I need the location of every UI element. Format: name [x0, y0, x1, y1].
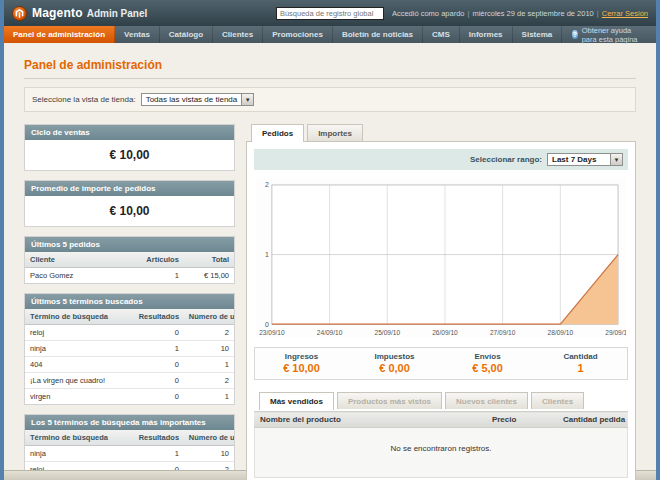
widget-title: Últimos 5 términos buscados [25, 294, 234, 309]
column-header-t-rmino-de-b-squeda: Término de búsqueda [25, 309, 134, 325]
column-header-resultados: Resultados [134, 309, 184, 325]
nav-item-panel-de-administraci-n[interactable]: Panel de administración [4, 26, 115, 43]
range-select[interactable]: Last 7 Days ▼ [547, 153, 623, 166]
help-link[interactable]: ? Obtener ayuda para esta página [562, 26, 656, 43]
help-icon: ? [572, 30, 577, 39]
table-row[interactable]: ¡La virgen que cuadro!02 [25, 373, 234, 389]
lifetime-sales-value: € 10,00 [25, 140, 234, 170]
svg-text:1: 1 [265, 251, 269, 258]
help-label: Obtener ayuda para esta página [582, 26, 646, 44]
metric-label: Ingresos [255, 352, 348, 361]
logo-text: Magento [32, 6, 83, 20]
logout-link[interactable]: Cerrar Sesión [602, 9, 648, 18]
svg-text:29/09/10: 29/09/10 [605, 329, 626, 336]
column-header-precio: Precio [486, 412, 557, 428]
nav-item-bolet-n-de-noticias[interactable]: Boletín de noticias [333, 26, 423, 43]
table-cell: ninja [25, 446, 134, 462]
nav-item-sistema[interactable]: Sistema [513, 26, 563, 43]
metric-env-os: Envíos€ 5,00 [441, 352, 534, 374]
tab-nuevos-clientes: Nuevos clientes [445, 392, 528, 409]
store-switcher-label: Seleccione la vista de tienda: [32, 95, 136, 104]
table-cell: virgen [25, 389, 134, 405]
range-bar: Seleccionar rango: Last 7 Days ▼ [254, 149, 628, 170]
tab-productos-m-s-vistos: Productos más vistos [337, 392, 442, 409]
chevron-down-icon: ▼ [241, 94, 253, 105]
nav-item-promociones[interactable]: Promociones [263, 26, 333, 43]
main-nav: Panel de administraciónVentasCatálogoCli… [4, 26, 656, 43]
column-header-total: Total [184, 252, 234, 268]
table-row[interactable]: reloj02 [25, 325, 234, 341]
nav-item-informes[interactable]: Informes [460, 26, 513, 43]
last-search-table: Término de búsquedaResultadosNúmero de u… [25, 309, 234, 404]
column-header-nombre-del-producto: Nombre del producto [254, 412, 486, 428]
table-cell: € 15,00 [184, 268, 234, 284]
svg-text:2: 2 [265, 181, 269, 188]
column-header-art-culos: Artículos [134, 252, 184, 268]
metric-impuestos: Impuestos€ 0,00 [348, 352, 441, 374]
dashboard-left-column: Ciclo de ventas € 10,00 Promedio de impo… [24, 124, 235, 480]
nav-item-ventas[interactable]: Ventas [115, 26, 160, 43]
average-order-widget: Promedio de importe de pedidos € 10,00 [24, 180, 235, 227]
table-row[interactable]: Paco Gomez1€ 15,00 [25, 268, 234, 284]
metric-ingresos: Ingresos€ 10,00 [255, 352, 348, 374]
metric-value: € 0,00 [348, 362, 441, 374]
metric-value: 1 [534, 362, 627, 374]
svg-text:26/09/10: 26/09/10 [432, 329, 458, 336]
range-label: Seleccionar rango: [470, 155, 542, 164]
session-info: Accedió como apardo|miércoles 29 de sept… [392, 9, 648, 18]
totals-bar: Ingresos€ 10,00Impuestos€ 0,00Envíos€ 5,… [254, 347, 628, 380]
table-cell: ninja [25, 341, 134, 357]
nav-item-clientes[interactable]: Clientes [213, 26, 263, 43]
store-switcher: Seleccione la vista de tienda: Todas las… [24, 87, 636, 112]
widget-title: Últimos 5 pedidos [25, 237, 234, 252]
last-orders-table: ClienteArtículosTotalPaco Gomez1€ 15,00 [25, 252, 234, 283]
metric-value: € 5,00 [441, 362, 534, 374]
table-cell: 1 [134, 341, 184, 357]
table-cell: 0 [134, 373, 184, 389]
logo-subtitle: Admin Panel [87, 8, 148, 19]
last-search-terms-widget: Últimos 5 términos buscados Término de b… [24, 293, 235, 405]
page-title: Panel de administración [24, 58, 162, 72]
widget-title: Los 5 términos de búsqueda más important… [25, 415, 234, 430]
lifetime-sales-widget: Ciclo de ventas € 10,00 [24, 124, 235, 171]
tab-pedidos[interactable]: Pedidos [251, 124, 304, 142]
svg-text:27/09/10: 27/09/10 [490, 329, 516, 336]
table-row[interactable]: 40401 [25, 357, 234, 373]
metric-cantidad: Cantidad1 [534, 352, 627, 374]
nav-item-cat-logo[interactable]: Catálogo [160, 26, 213, 43]
bestsellers-grid: Nombre del productoPrecioCantidad pedida… [254, 411, 628, 478]
column-header-cliente: Cliente [25, 252, 134, 268]
table-cell: 2 [184, 373, 234, 389]
svg-text:0: 0 [265, 321, 269, 328]
current-date: miércoles 29 de septiembre de 2010 [472, 9, 593, 18]
tab-importes[interactable]: Importes [307, 124, 363, 141]
table-cell: 1 [184, 389, 234, 405]
table-cell: reloj [25, 325, 134, 341]
svg-text:23/09/10: 23/09/10 [259, 329, 285, 336]
svg-text:28/09/10: 28/09/10 [548, 329, 574, 336]
metric-value: € 10,00 [255, 362, 348, 374]
table-cell: 0 [134, 357, 184, 373]
widget-title: Ciclo de ventas [25, 125, 234, 140]
table-cell: 10 [184, 341, 234, 357]
table-row[interactable]: ninja110 [25, 446, 234, 462]
table-row[interactable]: virgen01 [25, 389, 234, 405]
last-orders-widget: Últimos 5 pedidos ClienteArtículosTotalP… [24, 236, 235, 284]
column-header-cantidad-pedida: Cantidad pedida [557, 412, 628, 428]
dashboard-main-panel: PedidosImportes Seleccionar rango: Last … [246, 124, 636, 480]
store-view-select[interactable]: Todas las vistas de tienda ▼ [141, 93, 255, 106]
metric-label: Impuestos [348, 352, 441, 361]
widget-title: Promedio de importe de pedidos [25, 181, 234, 196]
table-cell: 1 [184, 357, 234, 373]
global-search-input[interactable] [276, 7, 384, 20]
svg-text:24/09/10: 24/09/10 [317, 329, 343, 336]
tab-m-s-vendidos[interactable]: Más vendidos [259, 392, 334, 410]
diagram-panel: Seleccionar rango: Last 7 Days ▼ 01223/0… [246, 141, 636, 480]
nav-item-cms[interactable]: CMS [423, 26, 460, 43]
magento-logo-icon [12, 6, 27, 21]
table-row[interactable]: ninja110 [25, 341, 234, 357]
logged-in-as: Accedió como apardo [392, 9, 465, 18]
table-cell: 404 [25, 357, 134, 373]
metric-label: Envíos [441, 352, 534, 361]
tab-clientes: Clientes [531, 392, 584, 409]
